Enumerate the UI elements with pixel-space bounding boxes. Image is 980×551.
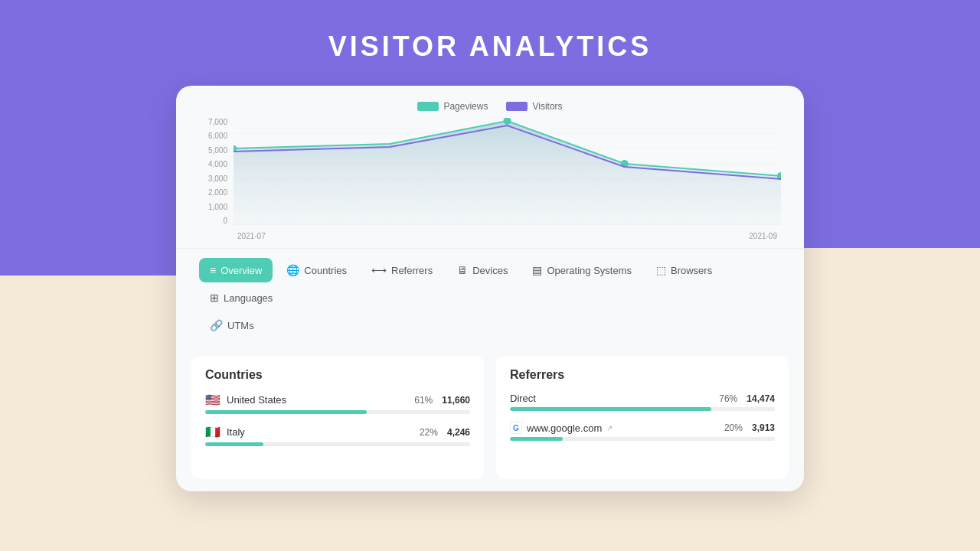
it-name: Italy xyxy=(227,426,245,438)
external-link-icon: ↗ xyxy=(606,424,612,432)
x-label-jul: 2021-07 xyxy=(237,232,266,240)
tab-languages-label: Languages xyxy=(224,292,273,304)
countries-panel: Countries 🇺🇸 United States 61% 11,660 xyxy=(191,356,484,479)
us-count: 11,660 xyxy=(442,395,470,406)
direct-name: Direct xyxy=(510,393,536,404)
tab-referrers-label: Referrers xyxy=(391,265,433,276)
google-icon: G xyxy=(510,422,522,434)
direct-count: 14,474 xyxy=(746,393,775,404)
countries-icon: 🌐 xyxy=(286,264,299,276)
tab-countries-label: Countries xyxy=(304,265,347,276)
pageviews-label: Pageviews xyxy=(443,101,488,112)
it-progress-fill xyxy=(205,442,263,446)
google-count: 3,913 xyxy=(752,422,775,433)
google-label: www.google.com xyxy=(527,422,602,434)
tab-languages[interactable]: ⊞ Languages xyxy=(199,285,283,310)
tab-browsers-label: Browsers xyxy=(671,265,712,276)
data-section: Countries 🇺🇸 United States 61% 11,660 xyxy=(176,344,804,491)
google-progress-fill xyxy=(510,437,563,441)
tab-os-label: Operating Systems xyxy=(547,265,632,276)
direct-progress-bg xyxy=(510,407,775,411)
countries-panel-title: Countries xyxy=(205,368,470,382)
devices-icon: 🖥 xyxy=(457,264,468,276)
pageviews-legend-box xyxy=(417,102,439,111)
chart-svg-wrapper xyxy=(234,118,781,225)
google-progress-bg xyxy=(510,437,775,441)
tab-devices-label: Devices xyxy=(472,265,508,276)
utms-icon: 🔗 xyxy=(210,319,223,331)
it-progress-bg xyxy=(205,442,470,446)
direct-label: Direct xyxy=(510,393,536,404)
it-percent: 22% xyxy=(420,427,438,438)
tab-overview[interactable]: ≡ Overview xyxy=(199,258,273,282)
chart-x-axis: 2021-07 2021-09 xyxy=(234,232,781,240)
tab-overview-label: Overview xyxy=(220,265,262,276)
tab-referrers[interactable]: ⟷ Referrers xyxy=(361,258,443,282)
chart-section: Pageviews Visitors 7,000 6,000 5,000 4,0… xyxy=(176,86,804,248)
tab-devices[interactable]: 🖥 Devices xyxy=(446,258,518,282)
visitors-label: Visitors xyxy=(532,101,562,112)
us-progress-bg xyxy=(205,410,470,414)
us-name: United States xyxy=(227,394,286,406)
legend-pageviews: Pageviews xyxy=(417,101,488,112)
overview-icon: ≡ xyxy=(210,264,216,276)
chart-y-axis: 7,000 6,000 5,000 4,000 3,000 2,000 1,00… xyxy=(199,118,234,225)
it-flag: 🇮🇹 xyxy=(205,425,220,439)
referrers-panel-title: Referrers xyxy=(510,368,775,382)
direct-percent: 76% xyxy=(719,393,737,404)
referrers-icon: ⟷ xyxy=(371,264,387,276)
tab-utms-label: UTMs xyxy=(227,320,254,331)
tab-countries[interactable]: 🌐 Countries xyxy=(276,258,358,282)
tab-browsers[interactable]: ⬚ Browsers xyxy=(645,258,723,282)
x-label-sep: 2021-09 xyxy=(749,232,777,240)
us-percent: 61% xyxy=(414,395,433,406)
referrer-row-google: G www.google.com ↗ 20% 3,913 xyxy=(510,422,775,441)
tabs-row-1: ≡ Overview 🌐 Countries ⟷ Referrers 🖥 Dev… xyxy=(199,258,781,310)
us-progress-fill xyxy=(205,410,367,414)
us-country-name: 🇺🇸 United States xyxy=(205,393,286,407)
it-count: 4,246 xyxy=(447,427,470,438)
country-row-it: 🇮🇹 Italy 22% 4,246 xyxy=(205,425,470,446)
referrers-panel: Referrers Direct 76% 14,474 xyxy=(496,356,789,479)
chart-svg xyxy=(234,118,781,225)
legend-visitors: Visitors xyxy=(506,101,562,112)
us-flag: 🇺🇸 xyxy=(205,393,220,407)
direct-progress-fill xyxy=(510,407,711,411)
visitors-legend-box xyxy=(506,102,528,111)
page-title: VISITOR ANALYTICS xyxy=(0,0,980,63)
it-country-name: 🇮🇹 Italy xyxy=(205,425,245,439)
chart-container: 7,000 6,000 5,000 4,000 3,000 2,000 1,00… xyxy=(199,118,781,240)
analytics-card: Pageviews Visitors 7,000 6,000 5,000 4,0… xyxy=(176,86,804,491)
tabs-section: ≡ Overview 🌐 Countries ⟷ Referrers 🖥 Dev… xyxy=(176,248,804,344)
languages-icon: ⊞ xyxy=(210,292,219,304)
browsers-icon: ⬚ xyxy=(656,264,666,276)
os-icon: ▤ xyxy=(532,264,542,276)
tab-utms[interactable]: 🔗 UTMs xyxy=(199,313,265,337)
google-ref-name: G www.google.com ↗ xyxy=(510,422,612,434)
chart-legend: Pageviews Visitors xyxy=(199,101,781,112)
google-percent: 20% xyxy=(724,422,743,433)
tab-os[interactable]: ▤ Operating Systems xyxy=(521,258,642,282)
country-row-us: 🇺🇸 United States 61% 11,660 xyxy=(205,393,470,414)
tabs-row-2: 🔗 UTMs xyxy=(199,313,781,337)
referrer-row-direct: Direct 76% 14,474 xyxy=(510,393,775,411)
